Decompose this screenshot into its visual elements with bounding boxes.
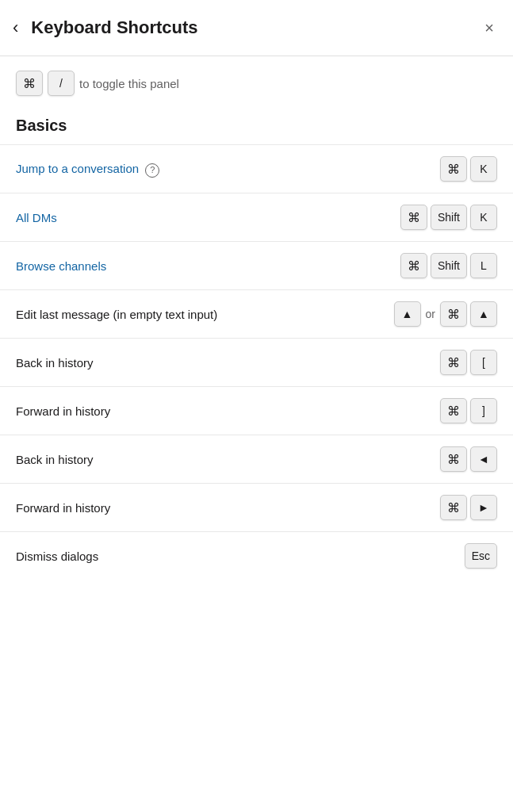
key-l: L xyxy=(470,253,497,278)
shortcut-keys: ⌘ ► xyxy=(440,495,497,520)
close-icon: × xyxy=(484,20,494,36)
key-right-arrow: ► xyxy=(470,495,497,520)
key-left-arrow: ◄ xyxy=(470,446,497,472)
shortcut-label: Back in history xyxy=(16,451,434,468)
toggle-hint-text: to toggle this panel xyxy=(79,77,179,90)
toggle-hint: ⌘ / to toggle this panel xyxy=(0,56,513,110)
shortcut-keys: ⌘ K xyxy=(440,156,497,182)
key-open-bracket: [ xyxy=(470,350,497,375)
shortcut-all-dms: All DMs ⌘ Shift K xyxy=(0,193,513,241)
shortcut-edit-last-message: Edit last message (in empty text input) … xyxy=(0,289,513,338)
key-cmd: ⌘ xyxy=(440,350,467,375)
shortcut-keys: ⌘ ◄ xyxy=(440,446,497,472)
section-title: Basics xyxy=(0,110,513,144)
key-cmd: ⌘ xyxy=(440,446,467,472)
key-cmd: ⌘ xyxy=(400,253,427,278)
shortcut-keys: ▲ or ⌘ ▲ xyxy=(394,301,497,327)
key-up-arrow: ▲ xyxy=(394,301,421,327)
key-k: K xyxy=(470,205,497,230)
shortcut-back-in-history-arrow: Back in history ⌘ ◄ xyxy=(0,435,513,483)
key-close-bracket: ] xyxy=(470,398,497,423)
key-cmd: ⌘ xyxy=(400,205,427,230)
shortcut-keys: ⌘ ] xyxy=(440,398,497,423)
shortcut-label: Edit last message (in empty text input) xyxy=(16,306,388,323)
shortcut-forward-in-history-bracket: Forward in history ⌘ ] xyxy=(0,386,513,435)
shortcut-label[interactable]: Browse channels xyxy=(16,258,394,274)
shortcut-keys: ⌘ Shift L xyxy=(400,253,497,278)
shortcut-forward-in-history-arrow: Forward in history ⌘ ► xyxy=(0,483,513,531)
shortcut-label: Forward in history xyxy=(16,500,434,516)
key-shift: Shift xyxy=(431,205,467,230)
key-cmd: ⌘ xyxy=(440,398,467,423)
key-up-arrow-2: ▲ xyxy=(470,301,497,327)
shortcut-dismiss-dialogs: Dismiss dialogs Esc xyxy=(0,531,513,580)
shortcut-label[interactable]: Jump to a conversation ? xyxy=(16,160,434,178)
header: ‹ Keyboard Shortcuts × xyxy=(0,0,513,56)
key-esc: Esc xyxy=(465,543,497,569)
back-button[interactable]: ‹ xyxy=(13,14,25,41)
key-k: K xyxy=(470,156,497,182)
shortcut-back-in-history-bracket: Back in history ⌘ [ xyxy=(0,338,513,386)
shortcut-keys: ⌘ [ xyxy=(440,350,497,375)
shortcut-browse-channels: Browse channels ⌘ Shift L xyxy=(0,241,513,289)
key-shift: Shift xyxy=(431,253,467,278)
slash-key: / xyxy=(48,71,75,96)
back-icon: ‹ xyxy=(13,17,18,38)
key-cmd: ⌘ xyxy=(440,301,467,327)
cmd-key: ⌘ xyxy=(16,71,43,96)
info-icon[interactable]: ? xyxy=(145,163,159,178)
shortcut-label: Dismiss dialogs xyxy=(16,548,458,565)
close-button[interactable]: × xyxy=(481,17,497,39)
shortcut-keys: Esc xyxy=(465,543,497,569)
shortcut-label: Back in history xyxy=(16,354,434,371)
shortcut-label[interactable]: All DMs xyxy=(16,209,394,226)
page-title: Keyboard Shortcuts xyxy=(31,17,481,38)
key-cmd: ⌘ xyxy=(440,495,467,520)
section-basics: Basics Jump to a conversation ? ⌘ K All … xyxy=(0,110,513,580)
shortcut-label: Forward in history xyxy=(16,403,434,419)
shortcut-keys: ⌘ Shift K xyxy=(400,205,497,230)
shortcut-jump-to-conversation: Jump to a conversation ? ⌘ K xyxy=(0,144,513,193)
key-cmd: ⌘ xyxy=(440,156,467,182)
or-label: or xyxy=(426,308,435,320)
